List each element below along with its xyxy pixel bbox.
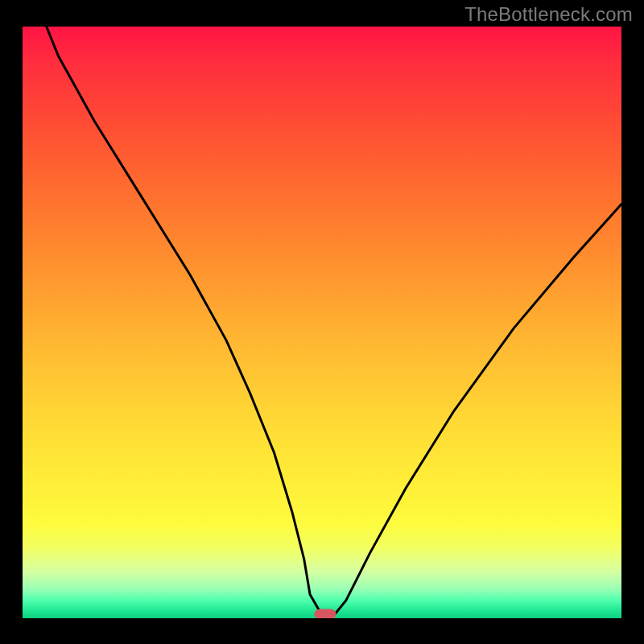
chart-frame: TheBottleneck.com — [0, 0, 644, 644]
bottleneck-curve — [23, 27, 621, 618]
curve-path — [23, 27, 621, 615]
plot-area — [23, 27, 621, 618]
optimum-marker — [314, 609, 336, 618]
watermark-text: TheBottleneck.com — [464, 3, 633, 26]
